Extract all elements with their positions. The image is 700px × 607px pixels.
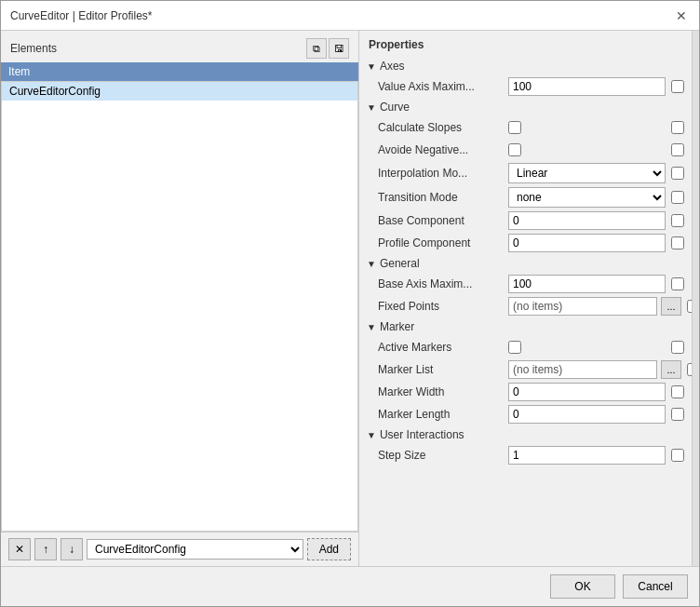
avoide-negative-checkbox[interactable] [508, 143, 521, 156]
prop-row-calculate-slopes: Calculate Slopes [359, 116, 692, 139]
active-markers-right-checkbox[interactable] [671, 341, 684, 354]
interpolation-right-checkbox[interactable] [671, 167, 684, 180]
item-dropdown[interactable]: CurveEditorConfig [87, 539, 303, 560]
profile-component-label: Profile Component [378, 236, 508, 250]
prop-row-interpolation-mode: Interpolation Mo... Linear Step Cubic [359, 161, 692, 185]
save-icon-button[interactable]: 🖫 [329, 38, 349, 59]
user-interactions-arrow-icon: ▼ [367, 430, 376, 440]
section-marker[interactable]: ▼ Marker [359, 317, 692, 336]
ok-button[interactable]: OK [550, 574, 615, 599]
transition-mode-value: none linear step [508, 187, 666, 208]
right-panel: Properties ▼ Axes Value Axis Maxim... ▼ [359, 31, 692, 566]
left-panel: Elements ⧉ 🖫 Item CurveEditorConfig ✕ ↑ [1, 31, 359, 566]
step-size-input[interactable] [508, 446, 666, 465]
step-size-value [508, 446, 666, 465]
axes-label: Axes [380, 60, 405, 73]
marker-length-right-checkbox[interactable] [671, 408, 684, 421]
prop-row-active-markers: Active Markers [359, 336, 692, 358]
value-axis-max-value [508, 77, 666, 96]
tree-item-curve-editor-config[interactable]: CurveEditorConfig [2, 82, 357, 101]
fixed-points-value: ... [508, 297, 681, 316]
cancel-button[interactable]: Cancel [623, 574, 688, 599]
calculate-slopes-checkbox[interactable] [508, 121, 521, 134]
profile-component-input[interactable] [508, 234, 666, 252]
delete-icon: ✕ [15, 543, 24, 556]
title-bar: CurveEditor | Editor Profiles* ✕ [1, 1, 699, 31]
avoide-negative-label: Avoide Negative... [378, 143, 508, 156]
restore-icon-button[interactable]: ⧉ [306, 38, 327, 59]
prop-row-marker-length: Marker Length [359, 403, 692, 425]
marker-length-value [508, 405, 666, 424]
step-size-label: Step Size [378, 449, 508, 462]
marker-width-right-checkbox[interactable] [671, 385, 684, 398]
calculate-slopes-label: Calculate Slopes [378, 121, 508, 134]
active-markers-value [508, 341, 666, 354]
base-axis-max-right-checkbox[interactable] [671, 277, 684, 290]
prop-row-step-size: Step Size [359, 444, 692, 466]
profile-component-value [508, 234, 666, 252]
step-size-right-checkbox[interactable] [671, 449, 684, 462]
section-user-interactions[interactable]: ▼ User Interactions [359, 425, 692, 444]
marker-list-input[interactable] [508, 360, 657, 379]
elements-label: Elements [10, 42, 57, 55]
up-icon: ↑ [43, 543, 48, 556]
section-curve[interactable]: ▼ Curve [359, 98, 692, 116]
general-arrow-icon: ▼ [367, 259, 376, 269]
interpolation-mode-select[interactable]: Linear Step Cubic [508, 163, 666, 183]
marker-arrow-icon: ▼ [367, 322, 376, 332]
delete-button[interactable]: ✕ [8, 538, 31, 560]
tree-item-label: CurveEditorConfig [9, 85, 101, 98]
user-interactions-label: User Interactions [380, 428, 464, 441]
prop-row-fixed-points: Fixed Points ... [359, 295, 692, 317]
marker-list-value: ... [508, 360, 681, 379]
base-component-input[interactable] [508, 211, 666, 230]
marker-label: Marker [380, 320, 414, 333]
general-label: General [380, 257, 420, 270]
base-axis-max-input[interactable] [508, 275, 666, 293]
transition-mode-select[interactable]: none linear step [508, 187, 666, 208]
section-general[interactable]: ▼ General [359, 254, 692, 273]
add-button[interactable]: Add [307, 538, 351, 560]
section-axes[interactable]: ▼ Axes [359, 57, 692, 75]
prop-row-base-component: Base Component [359, 209, 692, 232]
active-markers-checkbox[interactable] [508, 341, 521, 354]
down-icon: ↓ [69, 543, 74, 556]
marker-width-label: Marker Width [378, 385, 508, 398]
value-axis-max-label: Value Axis Maxim... [378, 80, 508, 93]
window-title: CurveEditor | Editor Profiles* [10, 9, 153, 22]
interpolation-mode-value: Linear Step Cubic [508, 163, 666, 183]
move-up-button[interactable]: ↑ [34, 538, 57, 560]
scroll-bar[interactable] [692, 31, 699, 566]
marker-width-input[interactable] [508, 383, 666, 401]
main-content: Elements ⧉ 🖫 Item CurveEditorConfig ✕ ↑ [1, 31, 699, 566]
avoide-negative-right-checkbox[interactable] [671, 143, 684, 156]
base-axis-max-value [508, 275, 666, 293]
prop-row-value-axis-max: Value Axis Maxim... [359, 75, 692, 98]
fixed-points-input[interactable] [508, 297, 657, 316]
calculate-slopes-right-checkbox[interactable] [671, 121, 684, 134]
properties-title: Properties [359, 34, 692, 57]
prop-row-marker-list: Marker List ... [359, 358, 692, 381]
move-down-button[interactable]: ↓ [61, 538, 83, 560]
tree-column-header: Item [1, 62, 358, 81]
value-axis-max-checkbox[interactable] [671, 80, 684, 93]
interpolation-mode-label: Interpolation Mo... [378, 167, 508, 180]
active-markers-label: Active Markers [378, 341, 508, 354]
marker-width-value [508, 383, 666, 401]
marker-length-label: Marker Length [378, 408, 508, 421]
marker-length-input[interactable] [508, 405, 666, 424]
close-button[interactable]: ✕ [673, 7, 690, 24]
marker-list-ellipsis-button[interactable]: ... [661, 360, 681, 379]
marker-list-label: Marker List [378, 363, 508, 376]
right-scroll-wrap: Properties ▼ Axes Value Axis Maxim... ▼ [359, 31, 699, 566]
fixed-points-ellipsis-button[interactable]: ... [661, 297, 681, 316]
base-component-right-checkbox[interactable] [671, 214, 684, 227]
profile-component-right-checkbox[interactable] [671, 236, 684, 250]
prop-row-transition-mode: Transition Mode none linear step [359, 185, 692, 209]
fixed-points-label: Fixed Points [378, 300, 508, 313]
prop-row-profile-component: Profile Component [359, 232, 692, 254]
prop-row-marker-width: Marker Width [359, 381, 692, 403]
transition-right-checkbox[interactable] [671, 191, 684, 204]
toolbar-icons: ⧉ 🖫 [306, 38, 349, 59]
value-axis-max-input[interactable] [508, 77, 666, 96]
